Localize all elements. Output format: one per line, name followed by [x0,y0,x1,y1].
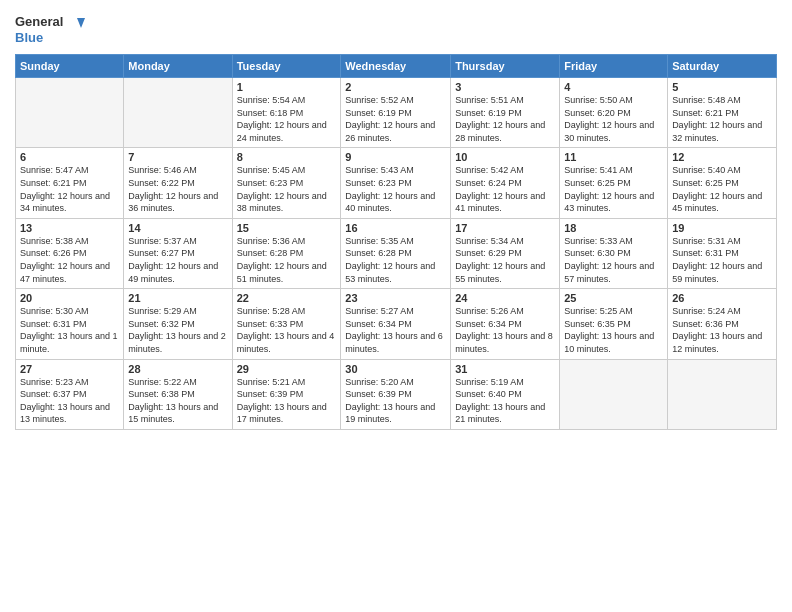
day-number: 9 [345,151,446,163]
weekday-header-tuesday: Tuesday [232,55,341,78]
day-number: 20 [20,292,119,304]
day-number: 5 [672,81,772,93]
week-row-0: 1Sunrise: 5:54 AMSunset: 6:18 PMDaylight… [16,78,777,148]
header: General Blue [15,10,777,48]
day-number: 28 [128,363,227,375]
weekday-header-monday: Monday [124,55,232,78]
day-number: 17 [455,222,555,234]
day-number: 11 [564,151,663,163]
day-number: 7 [128,151,227,163]
day-info: Sunrise: 5:50 AMSunset: 6:20 PMDaylight:… [564,94,663,144]
logo: General Blue [15,10,85,48]
calendar-cell: 4Sunrise: 5:50 AMSunset: 6:20 PMDaylight… [560,78,668,148]
day-info: Sunrise: 5:40 AMSunset: 6:25 PMDaylight:… [672,164,772,214]
calendar-cell: 30Sunrise: 5:20 AMSunset: 6:39 PMDayligh… [341,359,451,429]
day-info: Sunrise: 5:25 AMSunset: 6:35 PMDaylight:… [564,305,663,355]
day-info: Sunrise: 5:47 AMSunset: 6:21 PMDaylight:… [20,164,119,214]
weekday-header-thursday: Thursday [451,55,560,78]
day-info: Sunrise: 5:27 AMSunset: 6:34 PMDaylight:… [345,305,446,355]
calendar-cell: 24Sunrise: 5:26 AMSunset: 6:34 PMDayligh… [451,289,560,359]
day-number: 14 [128,222,227,234]
calendar-cell: 14Sunrise: 5:37 AMSunset: 6:27 PMDayligh… [124,218,232,288]
week-row-4: 27Sunrise: 5:23 AMSunset: 6:37 PMDayligh… [16,359,777,429]
calendar-cell: 6Sunrise: 5:47 AMSunset: 6:21 PMDaylight… [16,148,124,218]
calendar-cell [124,78,232,148]
day-info: Sunrise: 5:24 AMSunset: 6:36 PMDaylight:… [672,305,772,355]
calendar-cell: 29Sunrise: 5:21 AMSunset: 6:39 PMDayligh… [232,359,341,429]
day-number: 10 [455,151,555,163]
day-number: 25 [564,292,663,304]
weekday-header-wednesday: Wednesday [341,55,451,78]
calendar-cell: 27Sunrise: 5:23 AMSunset: 6:37 PMDayligh… [16,359,124,429]
day-info: Sunrise: 5:33 AMSunset: 6:30 PMDaylight:… [564,235,663,285]
day-info: Sunrise: 5:48 AMSunset: 6:21 PMDaylight:… [672,94,772,144]
day-number: 27 [20,363,119,375]
calendar-cell: 12Sunrise: 5:40 AMSunset: 6:25 PMDayligh… [668,148,777,218]
day-info: Sunrise: 5:22 AMSunset: 6:38 PMDaylight:… [128,376,227,426]
calendar-cell: 3Sunrise: 5:51 AMSunset: 6:19 PMDaylight… [451,78,560,148]
svg-text:Blue: Blue [15,30,43,45]
day-info: Sunrise: 5:21 AMSunset: 6:39 PMDaylight:… [237,376,337,426]
day-number: 19 [672,222,772,234]
day-info: Sunrise: 5:34 AMSunset: 6:29 PMDaylight:… [455,235,555,285]
day-number: 16 [345,222,446,234]
day-number: 4 [564,81,663,93]
day-info: Sunrise: 5:26 AMSunset: 6:34 PMDaylight:… [455,305,555,355]
day-info: Sunrise: 5:23 AMSunset: 6:37 PMDaylight:… [20,376,119,426]
day-info: Sunrise: 5:29 AMSunset: 6:32 PMDaylight:… [128,305,227,355]
calendar-cell: 10Sunrise: 5:42 AMSunset: 6:24 PMDayligh… [451,148,560,218]
calendar-body: 1Sunrise: 5:54 AMSunset: 6:18 PMDaylight… [16,78,777,430]
day-info: Sunrise: 5:28 AMSunset: 6:33 PMDaylight:… [237,305,337,355]
day-number: 6 [20,151,119,163]
day-info: Sunrise: 5:19 AMSunset: 6:40 PMDaylight:… [455,376,555,426]
day-number: 30 [345,363,446,375]
page: General Blue SundayMondayTuesdayWednesda… [0,0,792,612]
day-number: 15 [237,222,337,234]
calendar-cell: 8Sunrise: 5:45 AMSunset: 6:23 PMDaylight… [232,148,341,218]
calendar-cell: 25Sunrise: 5:25 AMSunset: 6:35 PMDayligh… [560,289,668,359]
day-info: Sunrise: 5:36 AMSunset: 6:28 PMDaylight:… [237,235,337,285]
weekday-header-sunday: Sunday [16,55,124,78]
day-number: 8 [237,151,337,163]
calendar-cell: 9Sunrise: 5:43 AMSunset: 6:23 PMDaylight… [341,148,451,218]
day-info: Sunrise: 5:52 AMSunset: 6:19 PMDaylight:… [345,94,446,144]
week-row-3: 20Sunrise: 5:30 AMSunset: 6:31 PMDayligh… [16,289,777,359]
day-number: 18 [564,222,663,234]
calendar-cell [668,359,777,429]
calendar-cell: 16Sunrise: 5:35 AMSunset: 6:28 PMDayligh… [341,218,451,288]
weekday-header-friday: Friday [560,55,668,78]
day-number: 22 [237,292,337,304]
calendar-cell [560,359,668,429]
svg-marker-2 [77,18,85,28]
day-number: 3 [455,81,555,93]
calendar-cell: 23Sunrise: 5:27 AMSunset: 6:34 PMDayligh… [341,289,451,359]
day-number: 26 [672,292,772,304]
calendar-table: SundayMondayTuesdayWednesdayThursdayFrid… [15,54,777,430]
day-number: 31 [455,363,555,375]
calendar-cell: 19Sunrise: 5:31 AMSunset: 6:31 PMDayligh… [668,218,777,288]
day-info: Sunrise: 5:42 AMSunset: 6:24 PMDaylight:… [455,164,555,214]
day-info: Sunrise: 5:35 AMSunset: 6:28 PMDaylight:… [345,235,446,285]
calendar-cell: 20Sunrise: 5:30 AMSunset: 6:31 PMDayligh… [16,289,124,359]
day-number: 29 [237,363,337,375]
calendar-cell: 21Sunrise: 5:29 AMSunset: 6:32 PMDayligh… [124,289,232,359]
calendar-cell: 17Sunrise: 5:34 AMSunset: 6:29 PMDayligh… [451,218,560,288]
week-row-2: 13Sunrise: 5:38 AMSunset: 6:26 PMDayligh… [16,218,777,288]
calendar-cell: 18Sunrise: 5:33 AMSunset: 6:30 PMDayligh… [560,218,668,288]
day-info: Sunrise: 5:30 AMSunset: 6:31 PMDaylight:… [20,305,119,355]
calendar-cell: 11Sunrise: 5:41 AMSunset: 6:25 PMDayligh… [560,148,668,218]
calendar-cell: 26Sunrise: 5:24 AMSunset: 6:36 PMDayligh… [668,289,777,359]
calendar-header: SundayMondayTuesdayWednesdayThursdayFrid… [16,55,777,78]
day-number: 23 [345,292,446,304]
day-info: Sunrise: 5:20 AMSunset: 6:39 PMDaylight:… [345,376,446,426]
logo-svg: General Blue [15,10,85,48]
day-number: 1 [237,81,337,93]
day-number: 12 [672,151,772,163]
day-info: Sunrise: 5:43 AMSunset: 6:23 PMDaylight:… [345,164,446,214]
calendar-cell: 31Sunrise: 5:19 AMSunset: 6:40 PMDayligh… [451,359,560,429]
day-info: Sunrise: 5:38 AMSunset: 6:26 PMDaylight:… [20,235,119,285]
svg-text:General: General [15,14,63,29]
day-info: Sunrise: 5:41 AMSunset: 6:25 PMDaylight:… [564,164,663,214]
day-number: 24 [455,292,555,304]
day-info: Sunrise: 5:46 AMSunset: 6:22 PMDaylight:… [128,164,227,214]
